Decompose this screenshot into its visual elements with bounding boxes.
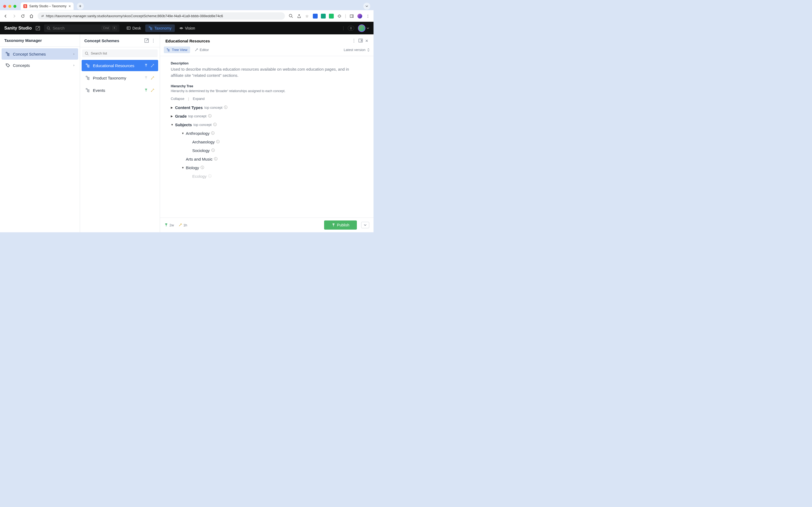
app-title: Sanity Studio — [4, 26, 32, 31]
chevron-down-icon[interactable] — [366, 27, 369, 29]
pane-title: Concept Schemes — [84, 39, 119, 43]
address-bar: ⇄ https://taxonomy-manager.sanity.studio… — [0, 10, 373, 22]
svg-rect-30 — [169, 51, 169, 51]
close-tab-icon[interactable]: × — [69, 4, 71, 8]
global-search[interactable]: Cmd K — [44, 24, 119, 32]
nav-taxonomy[interactable]: Taxonomy — [145, 24, 175, 32]
tree-node-label[interactable]: Arts and Music — [186, 157, 213, 161]
back-button[interactable] — [3, 14, 8, 18]
sidebar-item-label: Concept Schemes — [13, 52, 46, 56]
chrome-menu-icon[interactable]: ⋮ — [365, 14, 370, 18]
version-label: Latest version — [344, 48, 365, 52]
side-panel-icon[interactable] — [349, 14, 354, 18]
sidebar-item-concepts[interactable]: Concepts › — [2, 60, 78, 71]
tree-node-label[interactable]: Subjects — [175, 122, 192, 127]
svg-rect-25 — [88, 91, 89, 92]
info-icon[interactable]: ⓘ — [224, 105, 227, 110]
extension-icon[interactable] — [329, 14, 334, 18]
hierarchy-icon — [167, 48, 170, 52]
expand-button[interactable]: Expand — [193, 97, 205, 101]
info-icon[interactable]: ⓘ — [208, 174, 212, 179]
compose-icon[interactable] — [144, 38, 149, 43]
nav-desk[interactable]: Desk — [123, 24, 144, 32]
search-input[interactable] — [53, 26, 100, 30]
svg-point-4 — [47, 26, 50, 29]
svg-rect-24 — [88, 90, 89, 91]
tree-toggle-icon[interactable]: ▼ — [181, 166, 184, 169]
share-icon[interactable] — [297, 14, 301, 18]
split-pane-icon[interactable] — [358, 38, 363, 43]
close-window-icon[interactable] — [3, 5, 6, 8]
concept-schemes-pane: Concept Schemes ⋮ Educational Resources — [80, 35, 160, 232]
document-title: Educational Resources — [165, 39, 210, 43]
nav-vision[interactable]: Vision — [176, 24, 198, 32]
svg-rect-11 — [6, 52, 7, 53]
url-input[interactable]: ⇄ https://taxonomy-manager.sanity.studio… — [38, 12, 285, 19]
info-icon[interactable]: ⓘ — [216, 139, 220, 144]
extensions-button[interactable] — [337, 14, 342, 18]
tree-node-label[interactable]: Content Types — [175, 105, 203, 110]
tree-node-label[interactable]: Biology — [186, 165, 199, 170]
version-selector[interactable]: Latest version — [344, 48, 370, 52]
svg-rect-12 — [8, 53, 9, 54]
forward-button[interactable] — [12, 14, 17, 18]
scheme-item-educational[interactable]: Educational Resources — [81, 60, 158, 71]
tree-node-label[interactable]: Sociology — [192, 148, 210, 153]
published-ago: 2w — [169, 223, 174, 227]
tree-toggle-icon[interactable]: ▼ — [171, 123, 173, 126]
browser-tab[interactable]: S Sanity Studio – Taxonomy × — [21, 2, 73, 10]
svg-rect-1 — [350, 15, 353, 17]
tree-node-label[interactable]: Anthropology — [186, 131, 210, 135]
info-icon[interactable]: ⓘ — [208, 114, 212, 118]
info-icon[interactable]: ⓘ — [214, 157, 218, 161]
minimize-window-icon[interactable] — [8, 5, 11, 8]
tab-tree-view[interactable]: Tree View — [164, 47, 190, 53]
description-text: Used to describe multimedia education re… — [171, 66, 363, 78]
info-icon[interactable]: ⓘ — [211, 131, 215, 135]
scheme-item-product[interactable]: Product Taxonomy — [81, 72, 158, 83]
tree-toggle-icon[interactable]: ▶ — [171, 115, 173, 118]
site-settings-icon[interactable]: ⇄ — [41, 14, 44, 18]
more-icon[interactable]: ⋮ — [352, 38, 356, 44]
info-icon[interactable]: ⓘ — [213, 122, 217, 127]
info-icon[interactable]: ⓘ — [211, 148, 215, 153]
notification-count[interactable]: 0 — [348, 26, 354, 31]
edit-icon[interactable] — [151, 76, 155, 80]
scheme-item-events[interactable]: Events — [81, 84, 158, 96]
collapse-button[interactable]: Collapse — [171, 97, 184, 101]
tab-label: Tree View — [172, 48, 187, 52]
maximize-window-icon[interactable] — [13, 5, 16, 8]
zoom-icon[interactable] — [289, 14, 293, 18]
search-icon — [85, 52, 89, 55]
new-tab-button[interactable]: + — [77, 3, 84, 10]
tree-node-label[interactable]: Ecology — [192, 174, 207, 179]
reload-button[interactable] — [20, 14, 25, 18]
tab-editor[interactable]: Editor — [192, 47, 212, 53]
extension-icon[interactable] — [321, 14, 326, 18]
tree-node-label[interactable]: Archaeology — [192, 139, 215, 144]
edit-icon[interactable] — [36, 26, 40, 31]
publish-menu-button[interactable] — [361, 222, 369, 228]
edit-icon[interactable] — [151, 64, 155, 67]
tree-node-label[interactable]: Grade — [175, 114, 187, 118]
info-icon[interactable]: ⓘ — [200, 165, 204, 170]
svg-rect-29 — [169, 49, 169, 50]
svg-rect-21 — [88, 77, 89, 78]
more-icon[interactable]: ⋮ — [151, 38, 156, 43]
tab-overflow-button[interactable] — [363, 3, 370, 10]
bookmark-icon[interactable]: ☆ — [305, 14, 309, 18]
pencil-icon — [194, 48, 198, 52]
tree-toggle-icon[interactable]: ▼ — [181, 132, 184, 135]
edit-icon[interactable] — [151, 88, 155, 92]
search-list[interactable] — [82, 49, 158, 57]
profile-avatar-icon[interactable] — [357, 14, 362, 18]
extension-icon[interactable] — [313, 14, 317, 18]
home-button[interactable] — [29, 14, 34, 18]
close-icon[interactable]: × — [365, 38, 368, 44]
hierarchy-subtitle: Hierarchy is determined by the 'Broader'… — [171, 89, 363, 93]
tree-toggle-icon[interactable]: ▶ — [171, 106, 173, 109]
sidebar-item-concept-schemes[interactable]: Concept Schemes › — [2, 48, 78, 60]
search-list-input[interactable] — [91, 51, 155, 55]
user-avatar-icon[interactable] — [358, 24, 365, 32]
publish-button[interactable]: Publish — [324, 220, 357, 230]
